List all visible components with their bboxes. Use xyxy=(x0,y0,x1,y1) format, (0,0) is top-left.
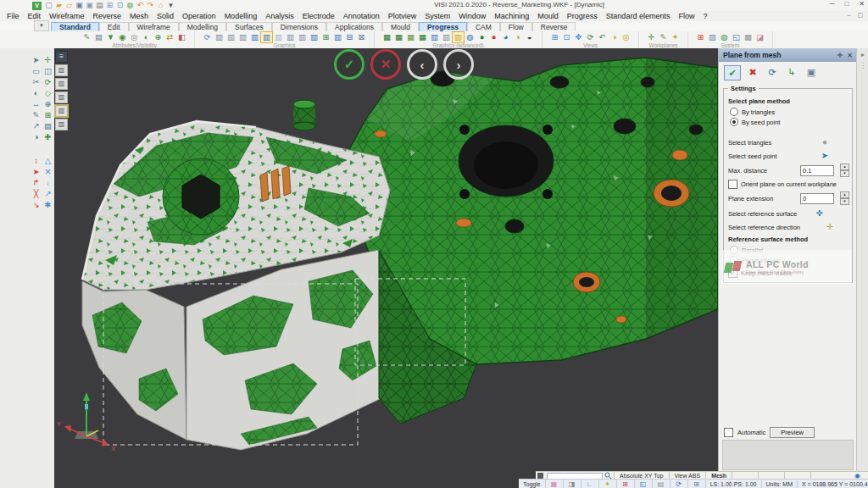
shade-view-icon[interactable]: ◑ xyxy=(609,32,620,42)
rotate-icon[interactable]: ⟳ xyxy=(42,77,53,87)
refresh-status-icon[interactable]: ⟳ xyxy=(675,480,683,488)
preview-button[interactable]: Preview xyxy=(770,427,815,438)
mesh-icon[interactable]: ▦ xyxy=(417,32,428,42)
axis-down-icon[interactable]: ↓ xyxy=(42,178,53,188)
cancel-button[interactable]: ✕ xyxy=(370,49,401,80)
menu-item[interactable]: Electrode xyxy=(298,11,339,21)
view-target-icon[interactable]: ◎ xyxy=(620,32,632,42)
menu-item[interactable]: Standard elements xyxy=(602,11,675,21)
select-reference-direction-icon[interactable]: ✛ xyxy=(824,222,836,232)
menu-item[interactable]: Flow xyxy=(674,11,698,21)
rotate-view-icon[interactable]: ⟳ xyxy=(585,32,596,42)
web-icon[interactable]: ◍ xyxy=(719,32,730,42)
layer-icon[interactable]: ▥ xyxy=(214,32,225,42)
ribbon-tab[interactable]: Progress xyxy=(419,22,467,31)
menu-item[interactable]: Mesh xyxy=(125,11,153,21)
zoom-all-icon[interactable]: ⊡ xyxy=(561,32,572,42)
by-seed-point-radio[interactable] xyxy=(730,118,738,126)
grid-toggle-icon[interactable]: ◨ xyxy=(568,480,576,488)
layer-icon[interactable]: ▥ xyxy=(225,32,236,42)
open-recent-icon[interactable]: ▱ xyxy=(64,1,74,10)
layer-icon[interactable]: ▥ xyxy=(285,32,296,42)
ribbon-tab[interactable]: Surfaces xyxy=(226,22,272,31)
select-triangles-icon[interactable]: ● xyxy=(819,137,831,147)
ribbon-tab[interactable]: Edit xyxy=(99,22,129,31)
automatic-checkbox[interactable] xyxy=(724,428,733,437)
visibility-icon[interactable]: ◉ xyxy=(117,32,128,42)
zoom-window-icon[interactable]: ⊞ xyxy=(549,32,560,42)
ribbon-tab[interactable]: Modelling xyxy=(179,22,226,31)
mesh-layer-icon[interactable]: ▥ xyxy=(55,64,68,76)
eraser-icon[interactable]: ◪ xyxy=(754,32,765,42)
more-icon[interactable]: ▾ xyxy=(166,1,175,10)
axis-updown-icon[interactable]: ↕ xyxy=(31,156,42,166)
ribbon-tab[interactable]: Standard xyxy=(51,22,99,31)
app-icon[interactable]: V xyxy=(32,2,42,10)
pan-icon[interactable]: ✥ xyxy=(573,32,584,42)
snap-settings-icon[interactable]: ▦ xyxy=(550,480,559,488)
previous-view-icon[interactable]: ↶ xyxy=(597,32,608,42)
menu-item[interactable]: Reverse xyxy=(89,11,126,21)
filter-icon[interactable]: ▼ xyxy=(105,32,116,42)
dock-handle-icon[interactable]: ⋮ xyxy=(858,61,868,70)
orient-plane-option[interactable]: Orient plane on current workplane xyxy=(728,180,848,189)
pick-icon[interactable]: ↗ xyxy=(31,121,42,131)
select-reference-surface-icon[interactable]: ✜ xyxy=(814,208,826,219)
menu-item[interactable]: Plotview xyxy=(384,11,421,21)
point-icon[interactable]: ◍ xyxy=(465,32,476,42)
layer-icon[interactable]: ▥ xyxy=(332,32,343,42)
table-icon[interactable]: ▦ xyxy=(743,32,754,42)
grid-view-icon[interactable]: ⊞ xyxy=(320,32,331,42)
doc-control-button[interactable]: ▢ xyxy=(857,12,863,19)
collapse-panel-icon[interactable]: ▸ xyxy=(858,50,868,59)
collapse-icon[interactable]: ⊟ xyxy=(344,32,355,42)
max-distance-input[interactable]: 0.1 xyxy=(800,165,834,176)
ribbon-tab[interactable]: Applications xyxy=(326,22,382,31)
menu-item[interactable]: Solid xyxy=(153,11,178,21)
layer-icon[interactable]: ▥ xyxy=(261,32,272,42)
max-distance-spinner[interactable]: ▲ ▼ xyxy=(840,164,848,177)
cut-icon[interactable]: ✂ xyxy=(31,77,42,87)
menu-item[interactable]: System xyxy=(420,11,454,21)
menu-item[interactable]: Window xyxy=(454,11,490,21)
open-folder-icon[interactable]: ▰ xyxy=(54,1,64,10)
image-icon[interactable]: ▨ xyxy=(707,32,718,42)
copy-icon[interactable]: ◫ xyxy=(42,66,53,76)
move-icon[interactable]: ✛ xyxy=(42,55,53,65)
mesh-icon[interactable]: ▦ xyxy=(381,32,392,42)
attributes-icon[interactable]: ✎ xyxy=(81,32,92,42)
mirror-icon[interactable]: ◐ xyxy=(31,88,42,98)
mesh-layer-icon[interactable]: ▥ xyxy=(55,92,68,103)
palette-icon[interactable]: ⊞ xyxy=(695,32,706,42)
ribbon-tab[interactable]: Wireframe xyxy=(129,22,179,31)
maximize-button[interactable]: □ xyxy=(844,0,849,8)
isolate-icon[interactable]: ◐ xyxy=(141,32,152,42)
mesh-layer-icon[interactable]: ▥ xyxy=(55,105,68,117)
shaded-sphere-icon[interactable]: ◒ xyxy=(524,32,535,42)
spin-up-icon[interactable]: ▲ xyxy=(840,191,849,198)
axis-dir-icon[interactable]: ➤ xyxy=(31,167,42,177)
window-icon[interactable]: ◱ xyxy=(731,32,742,42)
swap-visibility-icon[interactable]: ⇄ xyxy=(164,32,175,42)
hide-icon[interactable]: ◎ xyxy=(129,32,140,42)
cylinder-icon[interactable]: ▥ xyxy=(429,32,440,42)
next-button[interactable]: › xyxy=(443,49,474,80)
mesh-icon[interactable]: ▦ xyxy=(393,32,404,42)
plane-extension-input[interactable]: 0 xyxy=(800,193,834,204)
hint-icon[interactable]: ✦ xyxy=(604,480,612,488)
plane-extension-spinner[interactable]: ▲ ▼ xyxy=(840,191,848,205)
select-icon[interactable]: ➤ xyxy=(31,55,42,65)
shaded-sphere-icon[interactable]: ◑ xyxy=(512,32,523,42)
menu-item[interactable]: Wireframe xyxy=(45,11,89,21)
menu-item[interactable]: Mould xyxy=(533,11,563,21)
menu-item[interactable]: Operation xyxy=(178,11,220,21)
new-workplane-icon[interactable]: ✛ xyxy=(646,32,657,42)
shade-icon[interactable]: ◑ xyxy=(31,132,42,142)
ribbon-tab[interactable]: Dimensions xyxy=(272,22,326,31)
by-triangles-option[interactable]: By triangles xyxy=(730,108,848,116)
mesh-layer-icon[interactable]: ▥ xyxy=(55,78,68,90)
print-icon[interactable]: ▤ xyxy=(95,1,104,10)
extend-icon[interactable]: ↔ xyxy=(31,99,42,109)
menu-item[interactable]: Machining xyxy=(490,11,533,21)
shaded-sphere-icon[interactable]: ● xyxy=(488,32,499,42)
